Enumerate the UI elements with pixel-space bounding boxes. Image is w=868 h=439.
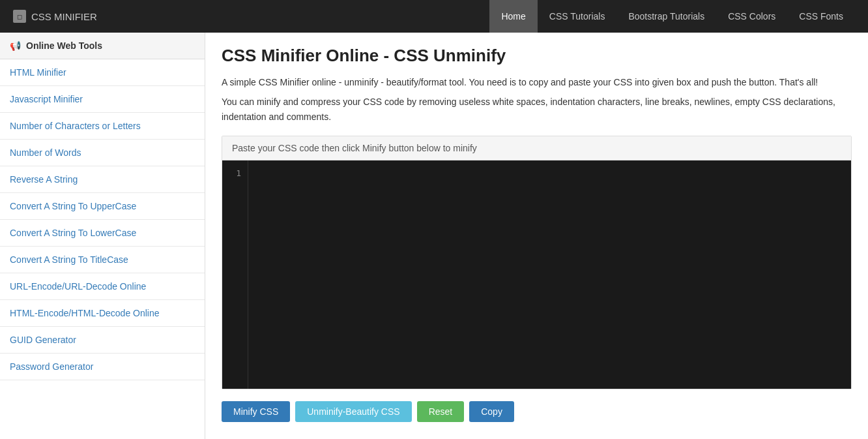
sidebar-item-number-of-characters[interactable]: Number of Characters or Letters bbox=[0, 113, 205, 140]
brand-label: CSS MINIFIER bbox=[31, 11, 97, 22]
nav-item-home[interactable]: Home bbox=[489, 0, 537, 33]
sidebar-item-uppercase[interactable]: Convert A String To UpperCase bbox=[0, 193, 205, 220]
sidebar-item-password-generator[interactable]: Password Generator bbox=[0, 354, 205, 380]
page-title: CSS Minifier Online - CSS Unminify bbox=[222, 46, 852, 66]
unminify-beautify-button[interactable]: Unminify-Beautify CSS bbox=[295, 401, 411, 422]
nav-link-bootstrap-tutorials[interactable]: Bootstrap Tutorials bbox=[616, 0, 716, 33]
sidebar-item-number-of-words[interactable]: Number of Words bbox=[0, 140, 205, 166]
nav-item-css-fonts[interactable]: CSS Fonts bbox=[787, 0, 855, 33]
nav-links: Home CSS Tutorials Bootstrap Tutorials C… bbox=[489, 0, 855, 33]
sidebar-item-javascript-minifier[interactable]: Javascript Minifier bbox=[0, 86, 205, 113]
description-1: A simple CSS Minifier online - unminify … bbox=[222, 75, 852, 89]
nav-link-home[interactable]: Home bbox=[489, 0, 537, 33]
sidebar-item-guid-generator[interactable]: GUID Generator bbox=[0, 327, 205, 354]
code-panel: Paste your CSS code then click Minify bu… bbox=[222, 136, 852, 389]
page-container: 📢 Online Web Tools HTML Minifier Javascr… bbox=[0, 33, 868, 439]
nav-link-css-tutorials[interactable]: CSS Tutorials bbox=[538, 0, 617, 33]
line-number-1: 1 bbox=[236, 168, 241, 178]
nav-link-css-fonts[interactable]: CSS Fonts bbox=[787, 0, 855, 33]
nav-item-css-tutorials[interactable]: CSS Tutorials bbox=[538, 0, 617, 33]
sidebar: 📢 Online Web Tools HTML Minifier Javascr… bbox=[0, 33, 205, 439]
brand-icon: ◻ bbox=[13, 10, 26, 23]
nav-item-css-colors[interactable]: CSS Colors bbox=[716, 0, 787, 33]
sidebar-item-html-encode[interactable]: HTML-Encode/HTML-Decode Online bbox=[0, 300, 205, 327]
reset-button[interactable]: Reset bbox=[417, 401, 465, 422]
sidebar-item-reverse-string[interactable]: Reverse A String bbox=[0, 166, 205, 193]
sidebar-heading-label: Online Web Tools bbox=[26, 40, 102, 51]
sidebar-item-url-encode[interactable]: URL-Encode/URL-Decode Online bbox=[0, 273, 205, 300]
description-2: You can minify and compress your CSS cod… bbox=[222, 95, 852, 124]
minify-css-button[interactable]: Minify CSS bbox=[222, 401, 290, 422]
line-numbers: 1 bbox=[222, 160, 248, 389]
nav-link-css-colors[interactable]: CSS Colors bbox=[716, 0, 787, 33]
megaphone-icon: 📢 bbox=[10, 40, 21, 51]
copy-button[interactable]: Copy bbox=[469, 401, 514, 422]
nav-item-bootstrap-tutorials[interactable]: Bootstrap Tutorials bbox=[616, 0, 716, 33]
brand-link[interactable]: ◻ CSS MINIFIER bbox=[13, 10, 97, 23]
main-content: CSS Minifier Online - CSS Unminify A sim… bbox=[205, 33, 868, 439]
sidebar-item-lowercase[interactable]: Convert A String To LowerCase bbox=[0, 220, 205, 247]
sidebar-heading: 📢 Online Web Tools bbox=[0, 33, 205, 59]
code-panel-header: Paste your CSS code then click Minify bu… bbox=[222, 136, 851, 160]
sidebar-item-titlecase[interactable]: Convert A String To TitleCase bbox=[0, 247, 205, 273]
css-input[interactable] bbox=[248, 160, 851, 389]
navbar: ◻ CSS MINIFIER Home CSS Tutorials Bootst… bbox=[0, 0, 868, 33]
code-editor: 1 bbox=[222, 160, 851, 389]
buttons-row: Minify CSS Unminify-Beautify CSS Reset C… bbox=[222, 401, 852, 422]
sidebar-item-html-minifier[interactable]: HTML Minifier bbox=[0, 59, 205, 86]
